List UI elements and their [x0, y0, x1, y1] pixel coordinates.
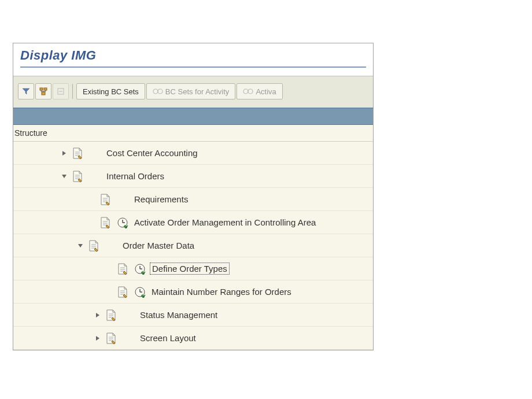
tree-row[interactable]: Requirements: [13, 188, 373, 211]
toggle-placeholder: [105, 287, 114, 297]
tree-row[interactable]: Cost Center Accounting: [13, 142, 373, 165]
tree-row[interactable]: Order Master Data: [13, 234, 373, 257]
tree-label[interactable]: Activate Order Management in Controlling…: [132, 217, 317, 228]
document-icon[interactable]: [71, 169, 84, 183]
svg-rect-0: [40, 88, 43, 90]
svg-point-12: [248, 89, 253, 94]
title-divider: [20, 66, 366, 68]
toolbar-separator: [72, 84, 73, 99]
expand-icon[interactable]: [93, 311, 102, 320]
tree-row[interactable]: Status Management: [13, 304, 373, 327]
tree-label[interactable]: Define Order Types: [150, 263, 230, 275]
toolbar: Existing BC Sets BC Sets for Activity Ac…: [13, 76, 373, 109]
activity-icon[interactable]: [134, 263, 146, 275]
toggle-placeholder: [105, 264, 114, 274]
tree-label[interactable]: Screen Layout: [138, 332, 198, 343]
app-window: Display IMG: [13, 43, 374, 350]
svg-point-9: [153, 89, 158, 94]
document-icon[interactable]: [116, 262, 129, 276]
glasses-icon: [153, 87, 163, 96]
hierarchy-button[interactable]: [35, 83, 51, 99]
collapse-icon[interactable]: [60, 172, 69, 181]
content-bar: [13, 109, 373, 125]
document-icon[interactable]: [99, 216, 112, 230]
activity-icon[interactable]: [116, 216, 129, 229]
tree-row[interactable]: Maintain Number Ranges for Orders: [13, 280, 373, 304]
collapse-icon: [56, 87, 65, 96]
document-icon[interactable]: [116, 285, 129, 299]
bc-sets-activity-label: BC Sets for Activity: [165, 87, 230, 96]
document-icon[interactable]: [105, 308, 117, 322]
title-bar: Display IMG: [13, 43, 373, 76]
activated-button[interactable]: Activa: [237, 83, 282, 99]
toggle-placeholder: [87, 218, 97, 227]
svg-point-10: [158, 89, 162, 94]
tree-label[interactable]: Status Management: [138, 309, 219, 320]
hierarchy-icon: [39, 87, 48, 96]
collapse-icon[interactable]: [76, 241, 85, 250]
existing-bc-sets-button[interactable]: Existing BC Sets: [76, 83, 145, 99]
expand-icon[interactable]: [93, 334, 102, 343]
tree: Cost Center AccountingInternal OrdersReq…: [13, 142, 373, 350]
document-icon[interactable]: [71, 146, 84, 160]
activity-icon[interactable]: [134, 286, 146, 298]
structure-header: Structure: [13, 125, 373, 142]
tree-label[interactable]: Internal Orders: [105, 171, 166, 182]
tree-label[interactable]: Order Master Data: [121, 240, 196, 251]
tree-row[interactable]: Internal Orders: [13, 165, 373, 188]
tree-row[interactable]: Activate Order Management in Controlling…: [13, 211, 373, 234]
collapse-button[interactable]: [53, 83, 69, 99]
svg-point-11: [243, 89, 248, 94]
svg-rect-2: [42, 92, 45, 95]
document-icon[interactable]: [105, 331, 117, 345]
tree-label[interactable]: Cost Center Accounting: [105, 147, 200, 158]
existing-bc-sets-label: Existing BC Sets: [83, 87, 139, 96]
glasses-icon: [243, 87, 253, 96]
expand-icon[interactable]: [60, 149, 69, 158]
svg-rect-1: [44, 88, 47, 90]
structure-area: Structure Cost Center AccountingInternal…: [13, 125, 373, 350]
page-title: Display IMG: [20, 48, 366, 63]
document-icon[interactable]: [99, 193, 112, 206]
filter-button[interactable]: [18, 83, 34, 99]
tree-label[interactable]: Requirements: [132, 194, 190, 205]
activated-label: Activa: [256, 87, 276, 96]
bc-sets-activity-button[interactable]: BC Sets for Activity: [146, 83, 236, 99]
filter-icon: [21, 87, 31, 96]
tree-row[interactable]: Define Order Types: [13, 257, 373, 280]
document-icon[interactable]: [87, 239, 100, 253]
tree-label[interactable]: Maintain Number Ranges for Orders: [150, 286, 293, 297]
toggle-placeholder: [87, 195, 97, 204]
tree-row[interactable]: Screen Layout: [13, 327, 373, 350]
